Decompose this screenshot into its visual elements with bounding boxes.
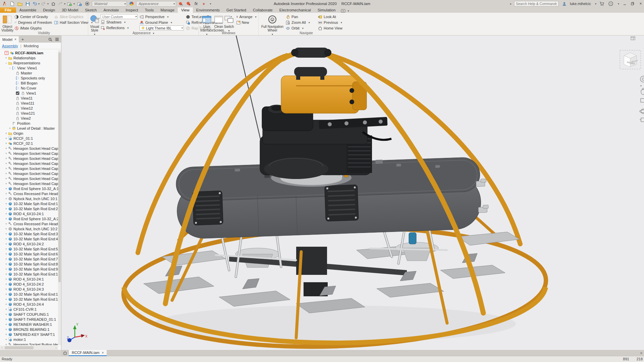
- new-window-button[interactable]: New: [235, 20, 258, 25]
- tree-item[interactable]: +motor:1: [0, 337, 58, 342]
- browser-horizontal-scrollbar[interactable]: ‹ ›: [0, 346, 58, 350]
- tree-item[interactable]: +10-32 Male Sph Rod End:2: [0, 206, 58, 211]
- tree-item[interactable]: +TAPERED-KEY SHAFT:1: [0, 332, 58, 337]
- tree-item[interactable]: View12: [0, 106, 58, 111]
- tree-expander[interactable]: +: [4, 157, 8, 160]
- tree-item[interactable]: View11: [0, 96, 58, 101]
- browser-add-tab-button[interactable]: +: [19, 37, 27, 43]
- ribbon-tab-view[interactable]: View: [178, 7, 193, 13]
- tree-item[interactable]: +Hexagon Socket Head Cap Screw - Inc: [0, 156, 58, 161]
- mode-assembly-link[interactable]: Assembly: [2, 44, 18, 48]
- tree-item[interactable]: +Hexagon Socket Head Cap Screw - Inc: [0, 171, 58, 176]
- tree-expander[interactable]: −: [8, 66, 12, 70]
- tree-item[interactable]: +Hexagon Socket Head Cap Screw - Inc: [0, 176, 58, 181]
- tree-expander[interactable]: +: [4, 152, 8, 155]
- ribbon-tab-annotate[interactable]: Annotate: [100, 7, 122, 13]
- tree-expander[interactable]: +: [4, 293, 8, 296]
- appearance-combo[interactable]: Appearance▾: [136, 1, 176, 7]
- zoom-all-button[interactable]: Zoom All▾: [285, 20, 317, 25]
- tree-expander[interactable]: +: [4, 313, 8, 316]
- tree-item[interactable]: +Hexagon Socket Head Cap Screw - Inc: [0, 166, 58, 171]
- tree-item[interactable]: +Rod End Sphere 10-32_A:1: [0, 186, 58, 191]
- center-of-gravity-button[interactable]: Center of Gravity: [13, 14, 53, 19]
- tree-expander[interactable]: +: [4, 333, 8, 336]
- measure-button[interactable]: [76, 1, 83, 7]
- tree-expander[interactable]: +: [4, 232, 8, 236]
- tree-item[interactable]: View111: [0, 101, 58, 106]
- tree-item[interactable]: +ROD 4_6X10-24:2: [0, 241, 58, 246]
- ribbon-tab-assemble[interactable]: Assemble: [16, 7, 40, 13]
- tree-item[interactable]: +RCCF_01:1: [0, 136, 58, 141]
- tree-item[interactable]: −Representations: [0, 60, 58, 65]
- user-name[interactable]: luke.mihelcic: [570, 2, 591, 6]
- tree-expander[interactable]: +: [4, 318, 8, 321]
- tree-item[interactable]: +10-32 Male Sph Rod End:4: [0, 236, 58, 241]
- panel-label-appearance[interactable]: Appearance ▾: [88, 31, 199, 35]
- tree-item[interactable]: +Level of Detail : Master: [0, 126, 58, 131]
- ribbon-tab-3d-model[interactable]: 3D Model: [58, 7, 82, 13]
- close-button[interactable]: ×: [638, 1, 643, 6]
- tree-expander[interactable]: +: [4, 56, 8, 60]
- mode-modeling-link[interactable]: Modeling: [24, 44, 39, 48]
- previous-view-button[interactable]: Previous▾: [317, 20, 351, 25]
- tree-expander[interactable]: +: [4, 242, 8, 246]
- browser-vertical-scrollbar[interactable]: [58, 50, 61, 345]
- ribbon-tab-simulation[interactable]: Simulation: [314, 7, 339, 13]
- tree-item[interactable]: +10-32 Male Sph Rod End:12: [0, 297, 58, 302]
- material-combo[interactable]: Material▾: [92, 1, 127, 7]
- degrees-of-freedom-button[interactable]: Degrees of Freedom: [13, 20, 53, 25]
- ribbon-tab-inspect[interactable]: Inspect: [122, 7, 142, 13]
- tree-item[interactable]: +RCCF_02:1: [0, 141, 58, 146]
- restore-button[interactable]: [630, 1, 635, 6]
- tree-item[interactable]: ?RCCF-MAIN.iam: [0, 50, 58, 55]
- tree-item[interactable]: +ROD 4_5X10-24:2: [0, 282, 58, 287]
- collapse-search-arrow[interactable]: ▸: [510, 2, 512, 5]
- ribbon-tab-design[interactable]: Design: [40, 7, 58, 13]
- tree-item[interactable]: Bill Bogan: [0, 80, 58, 85]
- ribbon-tab-manage[interactable]: Manage: [157, 7, 178, 13]
- slice-graphics-button[interactable]: Slice Graphics: [53, 14, 94, 19]
- tree-expander[interactable]: +: [4, 142, 8, 145]
- browser-search-icon[interactable]: [48, 38, 52, 42]
- tree-expander[interactable]: +: [4, 222, 8, 226]
- tree-expander[interactable]: −: [4, 61, 8, 65]
- tree-item[interactable]: +10-32 Male Sph Rod End:7: [0, 256, 58, 261]
- perspective-button[interactable]: Perspective▾: [139, 14, 185, 19]
- update-button[interactable]: ▾: [67, 1, 75, 7]
- navigation-bar[interactable]: [639, 74, 644, 125]
- tree-item[interactable]: +Hexagon Socket Head Cap Screw - Inc: [0, 161, 58, 166]
- tree-item[interactable]: +Nylock Nut, Inch UNC 10:2: [0, 226, 58, 231]
- tree-expander[interactable]: +: [4, 267, 8, 271]
- tree-expander[interactable]: +: [4, 202, 8, 205]
- tree-expander[interactable]: +: [4, 288, 8, 291]
- help-icon[interactable]: ?: [608, 1, 614, 7]
- tree-expander[interactable]: +: [4, 303, 8, 306]
- ribbon-tab-electromechanical[interactable]: Electromechanical: [276, 7, 314, 13]
- user-menu-arrow[interactable]: ▾: [595, 2, 596, 5]
- help-menu-arrow[interactable]: ▾: [618, 2, 619, 5]
- tree-item[interactable]: View2: [0, 116, 58, 121]
- home-tab-icon[interactable]: [61, 350, 69, 356]
- tree-expander[interactable]: +: [4, 278, 8, 281]
- ribbon-tab-sketch[interactable]: Sketch: [82, 7, 100, 13]
- ribbon-tab-tools[interactable]: Tools: [142, 7, 157, 13]
- new-file-button[interactable]: [9, 1, 15, 7]
- view-cube[interactable]: FRONT RIGHT: [619, 49, 641, 70]
- ribbon-display-toggle-icon[interactable]: [341, 9, 345, 13]
- tree-expander[interactable]: +: [4, 247, 8, 251]
- tree-expander[interactable]: +: [4, 227, 8, 231]
- tree-expander[interactable]: +: [4, 262, 8, 266]
- tree-item[interactable]: +CF101-CVR:1: [0, 307, 58, 312]
- home-view-button[interactable]: Home View: [317, 25, 351, 31]
- tree-expander[interactable]: +: [4, 187, 8, 190]
- tree-item[interactable]: +Relationships: [0, 55, 58, 60]
- tree-expander[interactable]: +: [4, 323, 8, 326]
- tree-item[interactable]: View121: [0, 111, 58, 116]
- pan-button[interactable]: Pan: [285, 14, 317, 19]
- shadows-button[interactable]: Shadows▾: [100, 19, 139, 25]
- hscroll-right-arrow[interactable]: ›: [54, 346, 58, 350]
- switch-button[interactable]: Switch▾: [224, 14, 234, 33]
- reflections-button[interactable]: Reflections▾: [100, 25, 139, 31]
- tree-item[interactable]: +10-32 Male Sph Rod End:1: [0, 201, 58, 206]
- parameters-fx-button[interactable]: fx: [193, 1, 199, 7]
